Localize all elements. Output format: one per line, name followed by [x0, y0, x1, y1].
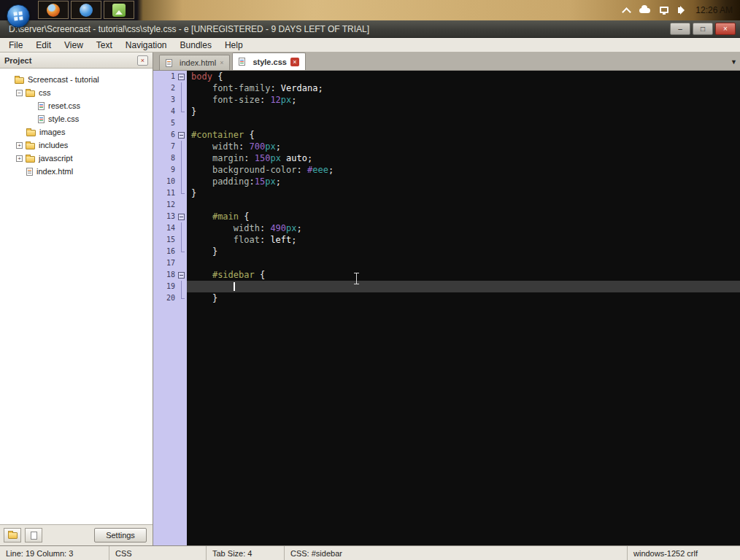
- gutter-cell: 2: [153, 82, 187, 94]
- menu-edit[interactable]: Edit: [29, 39, 58, 52]
- tree-item-label: css: [39, 88, 51, 97]
- gutter-cell: 8: [153, 152, 187, 164]
- code-line[interactable]: width: 700px;: [187, 141, 740, 152]
- expander-icon[interactable]: −: [16, 90, 23, 96]
- tree-item-label: includes: [39, 141, 68, 149]
- hidden-icons-arrow[interactable]: [622, 7, 631, 17]
- code-line[interactable]: [187, 281, 740, 292]
- fold-toggle-icon[interactable]: [178, 214, 185, 220]
- code-line[interactable]: }: [187, 246, 740, 257]
- code-line[interactable]: #container {: [187, 129, 740, 141]
- code-line[interactable]: }: [187, 106, 740, 117]
- expander-icon[interactable]: +: [16, 142, 23, 149]
- editor-body: 1body {2 font-family: Verdana;3 font-siz…: [153, 71, 740, 545]
- fold-guide: [181, 106, 185, 112]
- project-close-button[interactable]: ×: [137, 55, 148, 66]
- tree-item-screencast-tutorial[interactable]: Screencast - tutorial: [0, 73, 153, 86]
- code-line[interactable]: [187, 199, 740, 211]
- internet-icon: [80, 4, 93, 17]
- code-line[interactable]: }: [187, 187, 740, 199]
- menu-help[interactable]: Help: [218, 39, 250, 52]
- tree-item-reset-css[interactable]: reset.css: [0, 99, 153, 112]
- menu-bundles[interactable]: Bundles: [174, 39, 218, 52]
- line-number: 7: [171, 141, 175, 152]
- tab-style-css[interactable]: style.css×: [232, 52, 305, 70]
- cloud-icon[interactable]: [639, 8, 650, 13]
- editor-line-3: 3 font-size: 12px;: [153, 94, 740, 106]
- tree-item-style-css[interactable]: style.css: [0, 112, 153, 125]
- status-language: CSS: [109, 546, 207, 560]
- tab-list-dropdown-icon[interactable]: ▼: [731, 58, 737, 66]
- tree-item-javascript[interactable]: +javascript: [0, 152, 153, 165]
- file-icon: [239, 58, 245, 66]
- quicklaunch-app-3[interactable]: [104, 1, 134, 19]
- maximize-button[interactable]: □: [693, 23, 713, 35]
- code-line[interactable]: padding:15px;: [187, 176, 740, 187]
- project-title: Project: [4, 56, 137, 65]
- editor-line-18: 18 #sidebar {: [153, 269, 740, 281]
- code-line[interactable]: background-color: #eee;: [187, 164, 740, 176]
- page-icon: [31, 532, 37, 540]
- code-line[interactable]: }: [187, 292, 740, 304]
- code-line[interactable]: [187, 117, 740, 129]
- editor-line-19: 19: [153, 281, 740, 292]
- line-number: 2: [171, 82, 175, 94]
- tree-item-includes[interactable]: +includes: [0, 139, 153, 152]
- close-button[interactable]: ×: [715, 23, 736, 35]
- menu-navigation[interactable]: Navigation: [119, 39, 174, 52]
- new-folder-button[interactable]: [4, 528, 21, 542]
- fold-guide: [181, 234, 182, 246]
- gutter-cell: 3: [153, 94, 187, 106]
- editor-line-2: 2 font-family: Verdana;: [153, 82, 740, 94]
- fold-toggle-icon[interactable]: [178, 132, 185, 139]
- tab-close-icon[interactable]: ×: [220, 59, 223, 66]
- fold-toggle-icon[interactable]: [178, 74, 185, 80]
- line-number: 15: [166, 234, 175, 246]
- tree-item-images[interactable]: images: [0, 125, 153, 139]
- tree-item-index-html[interactable]: index.html: [0, 165, 153, 178]
- gutter-cell: 7: [153, 141, 187, 152]
- start-button[interactable]: [7, 4, 30, 28]
- tree-item-label: images: [39, 128, 65, 136]
- menu-text[interactable]: Text: [90, 39, 119, 52]
- code-line[interactable]: body {: [187, 71, 740, 82]
- new-file-button[interactable]: [25, 528, 42, 542]
- fold-guide: [181, 94, 182, 106]
- fold-toggle-icon[interactable]: [178, 272, 185, 279]
- taskbar: 12:26 AM: [0, 0, 740, 20]
- fold-guide: [181, 176, 182, 187]
- settings-button[interactable]: Settings: [94, 528, 147, 542]
- tree-item-css[interactable]: −css: [0, 86, 153, 99]
- tab-close-icon[interactable]: ×: [290, 58, 299, 66]
- minimize-button[interactable]: –: [670, 23, 690, 35]
- line-number: 11: [166, 187, 175, 199]
- code-area[interactable]: [187, 304, 740, 545]
- gutter-cell: 13: [153, 211, 187, 222]
- quicklaunch-app-1[interactable]: [38, 1, 69, 19]
- line-number: 14: [166, 222, 175, 234]
- tab-label: style.css: [253, 58, 286, 66]
- volume-icon[interactable]: [678, 7, 681, 13]
- code-line[interactable]: #main {: [187, 211, 740, 222]
- line-number: 5: [171, 117, 175, 129]
- gutter-cell: 12: [153, 199, 187, 211]
- quicklaunch-app-2[interactable]: [71, 1, 101, 19]
- code-line[interactable]: margin: 150px auto;: [187, 152, 740, 164]
- code-line[interactable]: float: left;: [187, 234, 740, 246]
- editor-line-13: 13 #main {: [153, 211, 740, 222]
- fold-guide: [181, 82, 182, 94]
- code-line[interactable]: font-family: Verdana;: [187, 82, 740, 94]
- clock[interactable]: 12:26 AM: [695, 5, 733, 15]
- file-icon: [166, 59, 172, 67]
- network-icon[interactable]: [660, 7, 668, 13]
- code-line[interactable]: width: 490px;: [187, 222, 740, 234]
- menu-file[interactable]: File: [2, 39, 29, 52]
- code-line[interactable]: font-size: 12px;: [187, 94, 740, 106]
- menu-view[interactable]: View: [58, 39, 90, 52]
- media-icon: [112, 4, 126, 17]
- code-line[interactable]: #sidebar {: [187, 269, 740, 281]
- titlebar: D:\server\Screencast - tutorial\css\styl…: [0, 20, 740, 38]
- expander-icon[interactable]: +: [16, 155, 23, 162]
- code-line[interactable]: [187, 257, 740, 269]
- tab-index-html[interactable]: index.html×: [159, 55, 230, 70]
